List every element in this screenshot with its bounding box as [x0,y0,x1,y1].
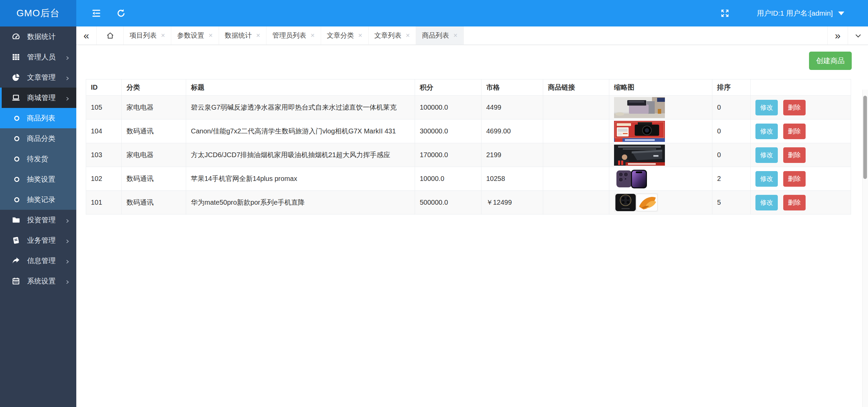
cell-sort: 0 [712,96,751,119]
delete-button[interactable]: 删除 [783,124,806,139]
column-header-thumbnail: 缩略图 [609,79,712,96]
sidebar-item-label: 抽奖设置 [27,174,55,184]
cell-points: 300000.0 [415,119,481,143]
product-thumbnail-image [614,145,665,166]
cell-id: 105 [86,96,122,119]
cell-actions: 修改 删除 [751,119,851,143]
tabs-menu-button[interactable] [848,26,868,44]
tab-product-list[interactable]: 商品列表 ✕ [416,26,463,44]
sidebar-item-label: 系统设置 [27,276,56,286]
home-tab-button[interactable] [97,26,124,44]
delete-button[interactable]: 删除 [783,171,806,187]
table-row: 105 家电电器 碧云泉G7弱碱反渗透净水器家用即热台式自来水过滤直饮一体机莱克… [86,96,851,119]
column-header-price: 市格 [481,79,543,96]
sidebar-item-label: 数据统计 [27,32,56,41]
tab-label: 文章列表 [374,31,401,40]
tab-article-categories[interactable]: 文章分类 ✕ [321,26,369,44]
column-header-sort: 排序 [712,79,751,96]
cell-actions: 修改 删除 [751,191,851,215]
tab-article-list[interactable]: 文章列表 ✕ [369,26,416,44]
column-header-link: 商品链接 [543,79,609,96]
tab-parameter-settings[interactable]: 参数设置 ✕ [171,26,219,44]
cell-thumbnail [609,96,712,119]
tab-spacer [464,26,827,44]
tabs-scroll-left-button[interactable]: « [76,26,97,44]
cell-actions: 修改 删除 [751,96,851,119]
tab-admin-list[interactable]: 管理员列表 ✕ [267,26,321,44]
cell-link [543,119,609,143]
circle-icon [14,156,19,162]
sidebar-item-investment[interactable]: 投资管理 [0,210,76,230]
chevron-right-icon [65,238,70,243]
tab-project-list[interactable]: 项目列表 ✕ [124,26,171,44]
edit-button[interactable]: 修改 [755,100,778,115]
cell-category: 数码通讯 [122,119,186,143]
sidebar-item-system-settings[interactable]: 系统设置 [0,271,76,291]
chevron-right-icon [65,75,70,80]
tab-bar: « 项目列表 ✕ 参数设置 ✕ 数据统计 ✕ 管理员列表 ✕ 文章分类 ✕ 文章… [76,26,868,45]
cell-category: 数码通讯 [122,167,186,191]
refresh-icon[interactable] [116,8,126,18]
sidebar-item-data-stats[interactable]: 数据统计 [0,26,76,47]
app-logo: GMO后台 [0,0,76,26]
tab-label: 文章分类 [327,31,354,40]
sidebar-item-label: 业务管理 [27,236,56,245]
tab-data-stats[interactable]: 数据统计 ✕ [219,26,267,44]
sidebar-item-label: 信息管理 [27,256,56,265]
cell-id: 104 [86,119,122,143]
sidebar-item-lottery-settings[interactable]: 抽奖设置 [0,169,76,189]
sidebar-item-admins[interactable]: 管理人员 [0,47,76,67]
cell-points: 100000.0 [415,96,481,119]
sidebar-item-mall[interactable]: 商城管理 [0,88,76,108]
collapse-sidebar-icon[interactable] [91,8,101,18]
sidebar-item-lottery-records[interactable]: 抽奖记录 [0,189,76,210]
edit-button[interactable]: 修改 [755,195,778,210]
tab-label: 管理员列表 [272,31,306,40]
close-tab-icon[interactable]: ✕ [310,32,315,39]
delete-button[interactable]: 删除 [783,147,806,163]
tab-label: 参数设置 [177,31,204,40]
product-thumbnail-image [614,193,658,212]
user-dropdown[interactable]: 用户ID:1 用户名:[admin] [757,8,844,18]
circle-icon [14,116,19,121]
edit-button[interactable]: 修改 [755,147,778,163]
main-content: 创建商品 ID 分类 标题 积分 市格 商品链接 缩略图 排序 105 家电电器… [76,45,868,407]
chevron-right-icon [65,95,70,100]
edit-button[interactable]: 修改 [755,124,778,139]
vertical-scrollbar-track[interactable] [862,90,868,407]
create-product-button[interactable]: 创建商品 [809,52,852,70]
close-tab-icon[interactable]: ✕ [358,32,362,39]
sidebar-item-pending-shipment[interactable]: 待发货 [0,149,76,169]
cell-sort: 0 [712,119,751,143]
vertical-scrollbar-thumb[interactable] [863,96,867,179]
circle-icon [14,177,19,182]
delete-button[interactable]: 删除 [783,100,806,115]
sidebar-item-business[interactable]: 业务管理 [0,230,76,251]
circle-icon [14,197,19,202]
column-header-title: 标题 [186,79,415,96]
sidebar-item-product-list[interactable]: 商品列表 [0,108,76,128]
cell-title: Canon/佳能g7x2二代高清学生数码旅游入门vlog相机G7X MarkII… [186,119,415,143]
close-tab-icon[interactable]: ✕ [208,32,213,39]
close-tab-icon[interactable]: ✕ [406,32,410,39]
user-info-label: 用户ID:1 用户名:[admin] [757,8,833,18]
chevron-right-icon [65,278,70,284]
cell-id: 101 [86,191,122,215]
sidebar-item-articles[interactable]: 文章管理 [0,67,76,88]
fullscreen-icon[interactable] [720,8,730,18]
close-tab-icon[interactable]: ✕ [256,32,260,39]
product-thumbnail-image [614,121,665,142]
product-thumbnail-image [614,168,649,189]
close-tab-icon[interactable]: ✕ [453,32,457,39]
cell-category: 家电电器 [122,96,186,119]
tabs-scroll-right-button[interactable]: » [827,26,848,44]
table-row: 104 数码通讯 Canon/佳能g7x2二代高清学生数码旅游入门vlog相机G… [86,119,851,143]
sidebar-item-product-categories[interactable]: 商品分类 [0,128,76,149]
sidebar-item-information[interactable]: 信息管理 [0,251,76,271]
close-tab-icon[interactable]: ✕ [161,32,165,39]
laptop-icon [12,93,20,102]
cell-actions: 修改 删除 [751,167,851,191]
edit-button[interactable]: 修改 [755,171,778,187]
delete-button[interactable]: 删除 [783,195,806,210]
cell-price: 4499 [481,96,543,119]
